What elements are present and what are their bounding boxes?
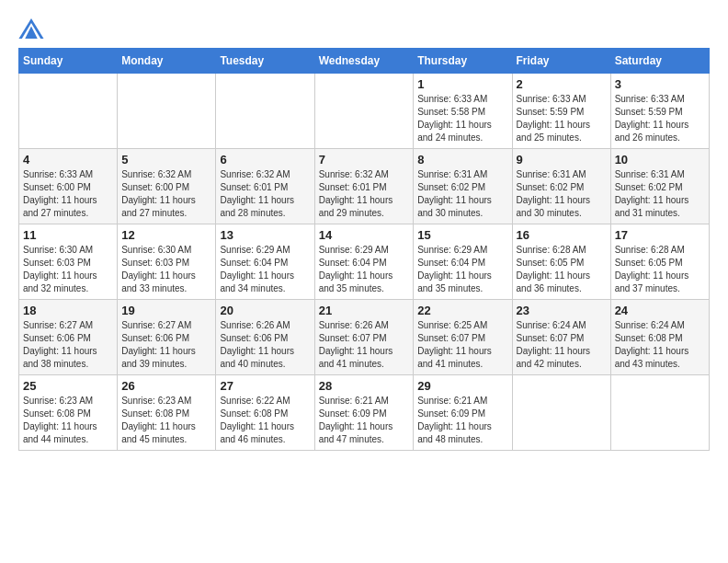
day-info: Sunrise: 6:26 AM Sunset: 6:07 PM Dayligh…: [319, 319, 410, 371]
calendar-week-row: 18Sunrise: 6:27 AM Sunset: 6:06 PM Dayli…: [19, 300, 710, 375]
day-number: 18: [23, 304, 113, 317]
day-number: 15: [417, 228, 507, 242]
calendar-cell: 7Sunrise: 6:32 AM Sunset: 6:01 PM Daylig…: [314, 149, 414, 224]
logo: [18, 18, 48, 39]
calendar-header-saturday: Saturday: [610, 49, 709, 74]
calendar-cell: [314, 74, 414, 149]
day-number: 13: [220, 228, 310, 242]
day-number: 1: [417, 77, 507, 91]
calendar-cell: [512, 375, 610, 451]
calendar-header-wednesday: Wednesday: [314, 49, 414, 74]
day-info: Sunrise: 6:22 AM Sunset: 6:08 PM Dayligh…: [220, 395, 310, 446]
calendar-week-row: 4Sunrise: 6:33 AM Sunset: 6:00 PM Daylig…: [19, 149, 710, 224]
day-number: 16: [517, 228, 607, 242]
day-info: Sunrise: 6:32 AM Sunset: 6:00 PM Dayligh…: [121, 168, 211, 220]
calendar-cell: 19Sunrise: 6:27 AM Sunset: 6:06 PM Dayli…: [118, 300, 216, 375]
day-info: Sunrise: 6:30 AM Sunset: 6:03 PM Dayligh…: [121, 244, 211, 295]
calendar-cell: 23Sunrise: 6:24 AM Sunset: 6:07 PM Dayli…: [512, 300, 610, 375]
calendar-cell: 18Sunrise: 6:27 AM Sunset: 6:06 PM Dayli…: [19, 300, 118, 375]
day-number: 10: [615, 153, 705, 167]
day-info: Sunrise: 6:29 AM Sunset: 6:04 PM Dayligh…: [220, 244, 310, 295]
day-info: Sunrise: 6:25 AM Sunset: 6:07 PM Dayligh…: [417, 319, 507, 371]
day-number: 19: [121, 304, 211, 317]
day-number: 24: [615, 304, 705, 317]
day-info: Sunrise: 6:33 AM Sunset: 5:58 PM Dayligh…: [417, 93, 507, 144]
calendar-cell: [19, 74, 118, 149]
calendar-cell: 5Sunrise: 6:32 AM Sunset: 6:00 PM Daylig…: [118, 149, 216, 224]
day-info: Sunrise: 6:29 AM Sunset: 6:04 PM Dayligh…: [319, 244, 410, 295]
day-number: 20: [220, 304, 310, 317]
day-number: 5: [121, 153, 211, 167]
calendar-cell: 14Sunrise: 6:29 AM Sunset: 6:04 PM Dayli…: [314, 224, 414, 300]
calendar-cell: 17Sunrise: 6:28 AM Sunset: 6:05 PM Dayli…: [610, 224, 709, 300]
calendar-cell: 28Sunrise: 6:21 AM Sunset: 6:09 PM Dayli…: [314, 375, 414, 451]
calendar-cell: 3Sunrise: 6:33 AM Sunset: 5:59 PM Daylig…: [610, 74, 709, 149]
day-number: 9: [517, 153, 607, 167]
calendar-cell: 8Sunrise: 6:31 AM Sunset: 6:02 PM Daylig…: [414, 149, 512, 224]
calendar-cell: 20Sunrise: 6:26 AM Sunset: 6:06 PM Dayli…: [216, 300, 314, 375]
calendar-header-thursday: Thursday: [414, 49, 512, 74]
calendar-cell: [118, 74, 216, 149]
day-number: 8: [417, 153, 507, 167]
day-number: 17: [615, 228, 705, 242]
day-info: Sunrise: 6:23 AM Sunset: 6:08 PM Dayligh…: [23, 395, 113, 446]
day-number: 3: [615, 77, 705, 91]
day-number: 14: [319, 228, 410, 242]
day-info: Sunrise: 6:28 AM Sunset: 6:05 PM Dayligh…: [517, 244, 607, 295]
calendar-cell: 22Sunrise: 6:25 AM Sunset: 6:07 PM Dayli…: [414, 300, 512, 375]
calendar-cell: 1Sunrise: 6:33 AM Sunset: 5:58 PM Daylig…: [414, 74, 512, 149]
day-info: Sunrise: 6:31 AM Sunset: 6:02 PM Dayligh…: [615, 168, 705, 220]
calendar-header-friday: Friday: [512, 49, 610, 74]
calendar-week-row: 1Sunrise: 6:33 AM Sunset: 5:58 PM Daylig…: [19, 74, 710, 149]
calendar-cell: 29Sunrise: 6:21 AM Sunset: 6:09 PM Dayli…: [414, 375, 512, 451]
page-header: [18, 18, 710, 39]
calendar-cell: 9Sunrise: 6:31 AM Sunset: 6:02 PM Daylig…: [512, 149, 610, 224]
day-info: Sunrise: 6:33 AM Sunset: 6:00 PM Dayligh…: [23, 168, 113, 220]
day-number: 2: [517, 77, 607, 91]
calendar-header-monday: Monday: [118, 49, 216, 74]
day-info: Sunrise: 6:28 AM Sunset: 6:05 PM Dayligh…: [615, 244, 705, 295]
day-info: Sunrise: 6:32 AM Sunset: 6:01 PM Dayligh…: [319, 168, 410, 220]
day-info: Sunrise: 6:33 AM Sunset: 5:59 PM Dayligh…: [517, 93, 607, 144]
calendar-week-row: 11Sunrise: 6:30 AM Sunset: 6:03 PM Dayli…: [19, 224, 710, 300]
day-number: 29: [417, 379, 507, 393]
day-number: 7: [319, 153, 410, 167]
day-info: Sunrise: 6:24 AM Sunset: 6:07 PM Dayligh…: [517, 319, 607, 371]
day-number: 21: [319, 304, 410, 317]
day-info: Sunrise: 6:21 AM Sunset: 6:09 PM Dayligh…: [417, 395, 507, 446]
day-number: 26: [121, 379, 211, 393]
day-info: Sunrise: 6:31 AM Sunset: 6:02 PM Dayligh…: [417, 168, 507, 220]
day-info: Sunrise: 6:26 AM Sunset: 6:06 PM Dayligh…: [220, 319, 310, 371]
calendar-cell: 16Sunrise: 6:28 AM Sunset: 6:05 PM Dayli…: [512, 224, 610, 300]
day-number: 4: [23, 153, 113, 167]
day-number: 25: [23, 379, 113, 393]
day-info: Sunrise: 6:23 AM Sunset: 6:08 PM Dayligh…: [121, 395, 211, 446]
calendar-cell: 4Sunrise: 6:33 AM Sunset: 6:00 PM Daylig…: [19, 149, 118, 224]
calendar-cell: 27Sunrise: 6:22 AM Sunset: 6:08 PM Dayli…: [216, 375, 314, 451]
day-number: 23: [517, 304, 607, 317]
day-number: 12: [121, 228, 211, 242]
calendar-cell: 15Sunrise: 6:29 AM Sunset: 6:04 PM Dayli…: [414, 224, 512, 300]
day-number: 22: [417, 304, 507, 317]
day-info: Sunrise: 6:27 AM Sunset: 6:06 PM Dayligh…: [121, 319, 211, 371]
day-info: Sunrise: 6:33 AM Sunset: 5:59 PM Dayligh…: [615, 93, 705, 144]
calendar-cell: 26Sunrise: 6:23 AM Sunset: 6:08 PM Dayli…: [118, 375, 216, 451]
calendar-cell: 24Sunrise: 6:24 AM Sunset: 6:08 PM Dayli…: [610, 300, 709, 375]
day-number: 27: [220, 379, 310, 393]
calendar-header-sunday: Sunday: [19, 49, 118, 74]
day-info: Sunrise: 6:32 AM Sunset: 6:01 PM Dayligh…: [220, 168, 310, 220]
calendar-header-row: SundayMondayTuesdayWednesdayThursdayFrid…: [19, 49, 710, 74]
calendar-cell: 13Sunrise: 6:29 AM Sunset: 6:04 PM Dayli…: [216, 224, 314, 300]
calendar-table: SundayMondayTuesdayWednesdayThursdayFrid…: [18, 48, 710, 451]
day-info: Sunrise: 6:31 AM Sunset: 6:02 PM Dayligh…: [517, 168, 607, 220]
day-number: 11: [23, 228, 113, 242]
calendar-cell: [610, 375, 709, 451]
day-info: Sunrise: 6:24 AM Sunset: 6:08 PM Dayligh…: [615, 319, 705, 371]
calendar-cell: 11Sunrise: 6:30 AM Sunset: 6:03 PM Dayli…: [19, 224, 118, 300]
day-info: Sunrise: 6:29 AM Sunset: 6:04 PM Dayligh…: [417, 244, 507, 295]
day-number: 28: [319, 379, 410, 393]
day-info: Sunrise: 6:30 AM Sunset: 6:03 PM Dayligh…: [23, 244, 113, 295]
day-info: Sunrise: 6:21 AM Sunset: 6:09 PM Dayligh…: [319, 395, 410, 446]
calendar-cell: 25Sunrise: 6:23 AM Sunset: 6:08 PM Dayli…: [19, 375, 118, 451]
day-info: Sunrise: 6:27 AM Sunset: 6:06 PM Dayligh…: [23, 319, 113, 371]
